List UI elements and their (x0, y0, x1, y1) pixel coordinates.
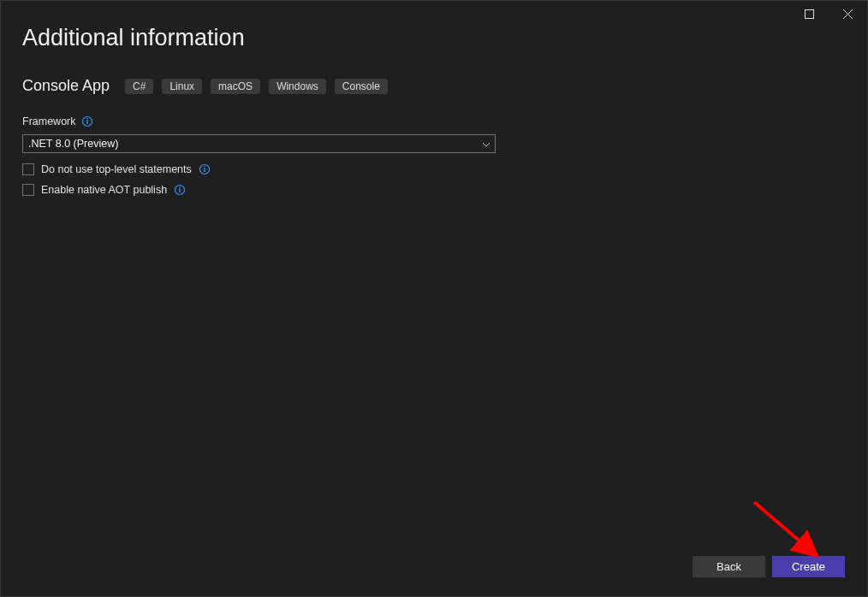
framework-selected-value: .NET 8.0 (Preview) (28, 138, 118, 150)
tag-linux: Linux (162, 79, 202, 94)
footer-buttons: Back Create (693, 556, 845, 577)
option-native-aot-row: Enable native AOT publish i (22, 184, 846, 196)
tag-console: Console (335, 79, 388, 94)
native-aot-label: Enable native AOT publish (41, 184, 167, 196)
svg-text:i: i (86, 117, 88, 126)
project-type-title: Console App (22, 77, 110, 95)
back-button[interactable]: Back (693, 556, 765, 577)
svg-rect-0 (806, 9, 814, 18)
info-icon[interactable]: i (81, 115, 93, 127)
subtitle-row: Console App C# Linux macOS Windows Conso… (22, 77, 846, 95)
svg-line-10 (754, 502, 814, 553)
svg-text:i: i (179, 186, 181, 194)
chevron-down-icon (483, 138, 490, 150)
close-button[interactable] (829, 1, 867, 27)
maximize-icon (805, 9, 814, 19)
close-icon (843, 9, 853, 19)
content-area: Additional information Console App C# Li… (1, 1, 867, 196)
titlebar (790, 1, 867, 27)
svg-text:i: i (204, 165, 206, 174)
tag-macos: macOS (211, 79, 260, 94)
native-aot-checkbox[interactable] (22, 184, 34, 196)
framework-dropdown[interactable]: .NET 8.0 (Preview) (22, 134, 496, 153)
option-top-level-statements-row: Do not use top-level statements i (22, 163, 846, 175)
create-button[interactable]: Create (772, 556, 845, 577)
framework-label-row: Framework i (22, 115, 846, 127)
tag-csharp: C# (125, 79, 153, 94)
top-level-statements-label: Do not use top-level statements (41, 163, 192, 175)
framework-label: Framework (22, 115, 76, 127)
top-level-statements-checkbox[interactable] (22, 163, 34, 175)
info-icon[interactable]: i (199, 163, 211, 175)
maximize-button[interactable] (790, 1, 829, 27)
tag-windows: Windows (269, 79, 326, 94)
info-icon[interactable]: i (174, 184, 186, 196)
page-title: Additional information (22, 25, 846, 51)
